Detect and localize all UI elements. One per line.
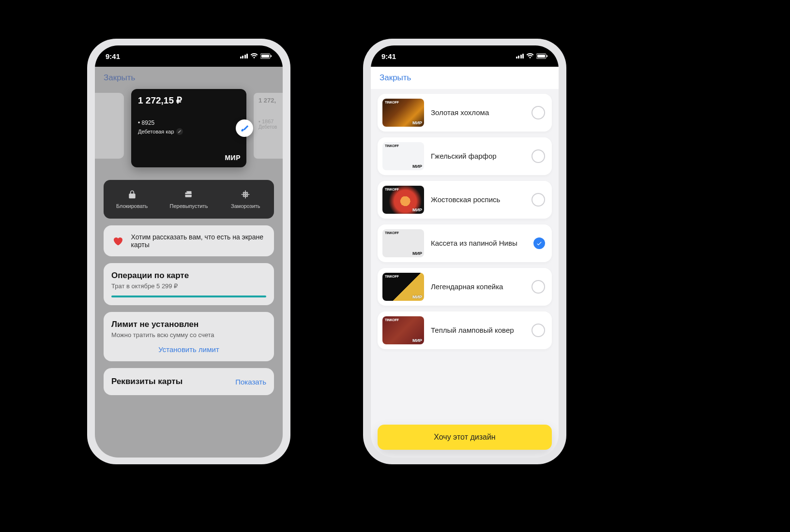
design-thumb: TINKOFFМИР [382, 316, 424, 344]
battery-icon [260, 53, 272, 59]
phone-left: 9:41 Закрыть 1 272, • 1867 Дебето [87, 39, 290, 464]
thumb-brand-label: TINKOFF [385, 188, 399, 191]
design-thumb: TINKOFFМИР [382, 186, 424, 214]
close-button[interactable]: Закрыть [380, 73, 411, 83]
design-thumb: TINKOFFМИР [382, 99, 424, 127]
design-row[interactable]: TINKOFFМИРЖостовская роспись [378, 181, 552, 219]
thumb-brand-label: TINKOFF [385, 101, 399, 104]
design-name: Жостовская роспись [431, 195, 525, 205]
design-name: Гжельский фарфор [431, 152, 525, 161]
card-type-label: Дебетовая кар [138, 129, 174, 134]
radio-unselected-icon[interactable] [532, 193, 545, 207]
design-name: Кассета из папиной Нивы [431, 239, 527, 248]
design-name: Легендарная копейка [431, 282, 525, 292]
limit-title: Лимит не установлен [111, 320, 266, 329]
status-time: 9:41 [381, 52, 396, 60]
svg-rect-5 [547, 55, 547, 57]
status-icons [240, 53, 273, 59]
design-list[interactable]: TINKOFFМИРЗолотая хохломаTINKOFFМИРГжель… [371, 89, 559, 458]
set-limit-button[interactable]: Установить лимит [111, 345, 266, 354]
action-lock[interactable]: Блокировать [104, 180, 160, 219]
svg-rect-2 [271, 55, 272, 57]
heart-icon [111, 234, 124, 248]
operations-progress [111, 296, 266, 297]
brush-button[interactable] [236, 119, 253, 137]
lock-icon [127, 190, 137, 200]
card-prev-thumb[interactable] [95, 93, 124, 159]
requisites-row[interactable]: Реквизиты карты Показать [104, 368, 274, 395]
card-carousel[interactable]: 1 272, • 1867 Дебетов 1 272,15 ₽ • 8925 … [95, 89, 283, 171]
action-reissue-label: Перевыпустить [170, 203, 208, 209]
thumb-scheme-label: МИР [412, 338, 422, 343]
close-button[interactable]: Закрыть [104, 73, 135, 83]
action-reissue[interactable]: Перевыпустить [160, 180, 217, 219]
radio-unselected-icon[interactable] [532, 280, 545, 294]
snowflake-icon [241, 190, 250, 200]
wifi-icon [526, 53, 534, 59]
choose-design-button[interactable]: Хочу этот дизайн [378, 425, 552, 450]
edit-icon[interactable] [176, 128, 183, 135]
thumb-brand-label: TINKOFF [385, 144, 399, 148]
design-row[interactable]: TINKOFFМИРЗолотая хохлома [378, 94, 552, 132]
thumb-brand-label: TINKOFF [385, 275, 399, 278]
status-icons [516, 53, 548, 59]
operations-title: Операции по карте [111, 271, 266, 281]
card-balance: 1 272,15 ₽ [138, 95, 240, 106]
notch-icon [140, 45, 237, 60]
thumb-brand-label: TINKOFF [385, 318, 399, 322]
stage: 9:41 Закрыть 1 272, • 1867 Дебето [0, 0, 790, 532]
thumb-scheme-label: МИР [412, 295, 422, 299]
design-row[interactable]: TINKOFFМИРЛегендарная копейка [378, 268, 552, 306]
cell-signal-icon [240, 54, 248, 59]
card-next-num: • 1867 [258, 118, 283, 124]
operations-sub: Трат в октябре 5 299 ₽ [111, 282, 266, 290]
wifi-icon [250, 53, 258, 59]
design-name: Золотая хохлома [431, 108, 525, 118]
svg-rect-1 [261, 55, 269, 58]
main-card[interactable]: 1 272,15 ₽ • 8925 Дебетовая кар МИР [131, 89, 246, 167]
cell-signal-icon [516, 54, 524, 59]
thumb-scheme-label: МИР [412, 251, 422, 256]
card-action-bar: Блокировать Перевыпустить Заморозить [104, 180, 274, 219]
thumb-brand-label: TINKOFF [385, 231, 399, 235]
navbar-right: Закрыть [371, 67, 559, 89]
action-freeze[interactable]: Заморозить [217, 180, 274, 219]
info-banner-text: Хотим рассказать вам, что есть на экране… [131, 233, 266, 249]
thumb-scheme-label: МИР [412, 164, 422, 169]
design-thumb: TINKOFFМИР [382, 229, 424, 257]
design-row[interactable]: TINKOFFМИРГжельский фарфор [378, 137, 552, 175]
radio-unselected-icon[interactable] [532, 149, 545, 163]
design-row[interactable]: TINKOFFМИРТеплый ламповый ковер [378, 311, 552, 349]
status-time: 9:41 [106, 52, 120, 60]
battery-icon [536, 53, 548, 59]
thumb-scheme-label: МИР [412, 207, 422, 212]
navbar-left: Закрыть [95, 67, 283, 89]
card-next-balance: 1 272, [258, 97, 283, 104]
limit-section: Лимит не установлен Можно тратить всю су… [104, 312, 274, 361]
card-last4: • 8925 [138, 119, 240, 126]
design-thumb: TINKOFFМИР [382, 142, 424, 170]
svg-rect-4 [537, 55, 545, 58]
requisites-show-button[interactable]: Показать [235, 378, 266, 386]
action-freeze-label: Заморозить [231, 203, 260, 209]
operations-section[interactable]: Операции по карте Трат в октябре 5 299 ₽ [104, 263, 274, 305]
card-next-thumb[interactable]: 1 272, • 1867 Дебетов [254, 93, 283, 159]
design-thumb: TINKOFFМИР [382, 273, 424, 301]
card-scheme-logo: МИР [225, 154, 241, 162]
radio-selected-icon[interactable] [533, 237, 545, 249]
notch-icon [416, 45, 513, 60]
action-lock-label: Блокировать [116, 203, 148, 209]
design-name: Теплый ламповый ковер [431, 326, 525, 335]
card-type-row: Дебетовая кар [138, 128, 240, 135]
radio-unselected-icon[interactable] [532, 106, 545, 119]
info-banner[interactable]: Хотим рассказать вам, что есть на экране… [104, 225, 274, 256]
radio-unselected-icon[interactable] [532, 324, 545, 337]
limit-sub: Можно тратить всю сумму со счета [111, 331, 266, 339]
phone-right: 9:41 Закрыть TINKOFFМИРЗолотая хохломаTI… [363, 39, 566, 464]
card-next-type: Дебетов [258, 124, 283, 130]
thumb-scheme-label: МИР [412, 120, 422, 125]
design-row[interactable]: TINKOFFМИРКассета из папиной Нивы [378, 224, 552, 262]
cards-icon [184, 190, 194, 200]
requisites-title: Реквизиты карты [111, 377, 182, 386]
